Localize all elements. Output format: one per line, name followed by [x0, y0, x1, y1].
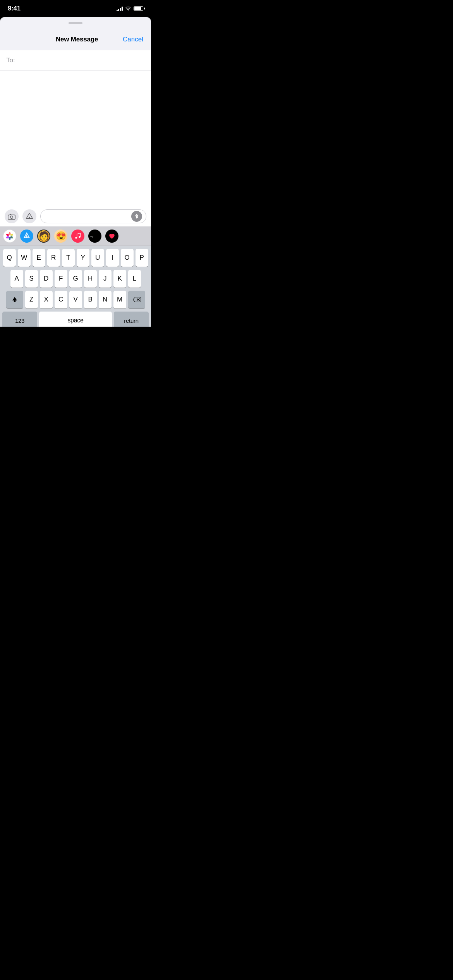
- send-icon: [134, 214, 139, 219]
- input-toolbar: [0, 206, 151, 226]
- key-q[interactable]: Q: [3, 249, 16, 267]
- wifi-icon: [125, 6, 131, 11]
- key-o[interactable]: O: [121, 249, 134, 267]
- key-i[interactable]: I: [106, 249, 119, 267]
- key-k[interactable]: K: [113, 270, 126, 288]
- camera-button[interactable]: [5, 209, 19, 223]
- sheet-handle: [69, 22, 82, 24]
- message-input-container[interactable]: [40, 209, 146, 223]
- svg-point-4: [9, 232, 11, 235]
- key-d[interactable]: D: [40, 270, 53, 288]
- key-y[interactable]: Y: [77, 249, 89, 267]
- app-memoji2-icon[interactable]: 😍: [54, 230, 67, 243]
- app-music-icon[interactable]: [71, 230, 84, 243]
- memoji1-face: 🧑: [39, 232, 49, 240]
- key-e[interactable]: E: [33, 249, 45, 267]
- apps-icon: [26, 212, 33, 220]
- key-m[interactable]: M: [113, 291, 126, 308]
- status-bar: 9:41: [0, 0, 151, 17]
- app-photos-icon[interactable]: [3, 230, 16, 243]
- key-x[interactable]: X: [40, 291, 53, 308]
- key-shift[interactable]: [6, 291, 23, 308]
- memoji2-face: 😍: [56, 232, 66, 240]
- key-t[interactable]: T: [62, 249, 75, 267]
- status-icons: [117, 6, 144, 11]
- key-p[interactable]: P: [136, 249, 148, 267]
- to-field[interactable]: To:: [0, 50, 151, 70]
- key-l[interactable]: L: [128, 270, 141, 288]
- signal-bars-icon: [117, 6, 123, 11]
- key-c[interactable]: C: [55, 291, 67, 308]
- nav-title: New Message: [56, 36, 98, 43]
- app-appstore-icon[interactable]: [20, 230, 33, 243]
- battery-icon: [134, 6, 143, 11]
- applepay-icon: Pay: [89, 234, 100, 238]
- app-strip: 🧑 😍 Pay: [0, 226, 151, 246]
- svg-point-14: [79, 236, 81, 238]
- key-b[interactable]: B: [84, 291, 97, 308]
- key-n[interactable]: N: [99, 291, 112, 308]
- keyboard: Q W E R T Y U I O P A S D F G H J K L Z …: [0, 246, 151, 327]
- message-area[interactable]: [0, 70, 151, 206]
- key-v[interactable]: V: [69, 291, 82, 308]
- key-return[interactable]: return: [114, 312, 149, 327]
- heartcash-icon: [108, 233, 116, 240]
- keyboard-row-3: Z X C V B N M: [1, 291, 150, 308]
- keyboard-row-2: A S D F G H J K L: [1, 270, 150, 288]
- svg-point-1: [10, 216, 13, 218]
- keyboard-row-1: Q W E R T Y U I O P: [1, 249, 150, 267]
- app-applepay-icon[interactable]: Pay: [88, 230, 101, 243]
- sheet-handle-area: [0, 17, 151, 29]
- apps-button[interactable]: [22, 209, 36, 223]
- svg-rect-2: [10, 214, 11, 215]
- photos-icon: [5, 232, 14, 240]
- camera-icon: [8, 213, 15, 220]
- key-u[interactable]: U: [91, 249, 104, 267]
- status-time: 9:41: [8, 5, 21, 12]
- key-g[interactable]: G: [69, 270, 82, 288]
- key-f[interactable]: F: [55, 270, 67, 288]
- to-label: To:: [6, 57, 15, 64]
- key-numbers[interactable]: 123: [2, 312, 37, 327]
- app-heartcash-icon[interactable]: [105, 230, 118, 243]
- key-w[interactable]: W: [18, 249, 31, 267]
- message-input[interactable]: [46, 213, 131, 220]
- svg-point-3: [29, 217, 30, 218]
- nav-bar: New Message Cancel: [0, 29, 151, 50]
- send-button[interactable]: [131, 211, 142, 222]
- to-input[interactable]: [17, 57, 145, 64]
- svg-point-13: [75, 237, 77, 239]
- svg-point-7: [9, 237, 11, 240]
- key-j[interactable]: J: [99, 270, 112, 288]
- key-s[interactable]: S: [25, 270, 38, 288]
- key-a[interactable]: A: [10, 270, 23, 288]
- keyboard-row-bottom: 123 space return: [1, 312, 150, 327]
- app-memoji1-icon[interactable]: 🧑: [37, 230, 50, 243]
- svg-text:Pay: Pay: [90, 235, 94, 238]
- key-delete[interactable]: [128, 291, 145, 308]
- appstore-icon: [23, 232, 31, 240]
- music-icon: [74, 232, 81, 240]
- key-z[interactable]: Z: [25, 291, 38, 308]
- key-space[interactable]: space: [39, 312, 112, 327]
- svg-point-10: [9, 235, 11, 237]
- cancel-button[interactable]: Cancel: [123, 36, 143, 43]
- key-h[interactable]: H: [84, 270, 97, 288]
- key-r[interactable]: R: [47, 249, 60, 267]
